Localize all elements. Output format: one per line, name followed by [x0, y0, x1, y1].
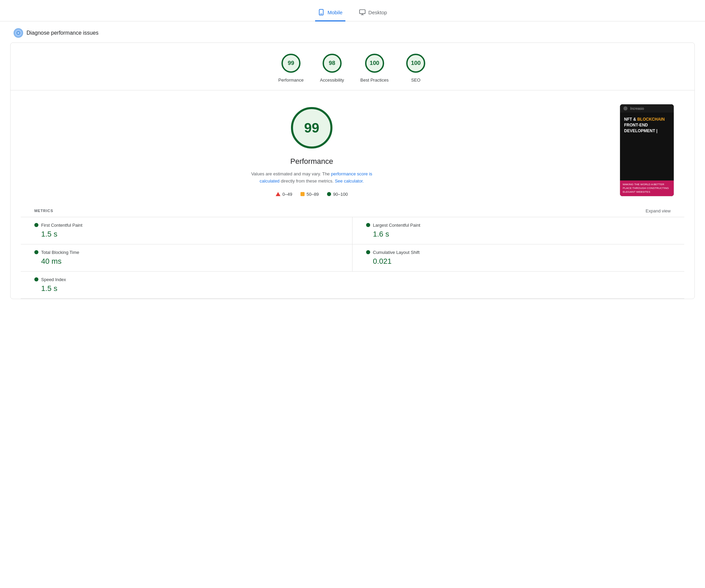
perf-right: Increasio NFT & BLOCKCHAIN FRONT-END DEV…	[613, 104, 681, 197]
metric-cls-name: Cumulative Layout Shift	[373, 250, 419, 255]
legend-red-range: 0–49	[282, 192, 292, 197]
calculator-link[interactable]: See calculator.	[335, 178, 364, 184]
score-circle-main: 99	[288, 104, 336, 152]
score-label-performance: Performance	[278, 77, 304, 83]
legend-red-icon	[276, 192, 280, 196]
main-section: 99 Performance Values are estimated and …	[11, 90, 694, 204]
metrics-grid: First Contentful Paint 1.5 s Largest Con…	[21, 217, 684, 299]
metric-si-dot	[34, 277, 38, 281]
screenshot-heading: NFT & BLOCKCHAIN FRONT-END DEVELOPMENT |	[624, 117, 670, 134]
metric-lcp-dot	[366, 223, 370, 227]
metric-fcp-value: 1.5 s	[34, 230, 339, 239]
perf-left: 99 Performance Values are estimated and …	[24, 104, 599, 197]
metric-tbt: Total Blocking Time 40 ms	[21, 244, 352, 272]
score-circle-seo: 100	[405, 52, 427, 74]
legend-orange-range: 50–89	[307, 192, 319, 197]
legend-orange-icon	[300, 192, 305, 196]
bottom-space	[0, 299, 705, 313]
perf-title: Performance	[290, 157, 333, 166]
score-card: 99 Performance 98 Accessibility 100 Best…	[10, 42, 695, 299]
score-label-accessibility: Accessibility	[320, 77, 344, 83]
tab-mobile-label: Mobile	[327, 10, 342, 15]
metric-tbt-name: Total Blocking Time	[41, 250, 79, 255]
score-value-seo: 100	[411, 60, 420, 67]
screenshot-body: NFT & BLOCKCHAIN FRONT-END DEVELOPMENT |	[620, 113, 674, 180]
section-icon	[14, 28, 23, 38]
metric-lcp-name: Largest Contentful Paint	[373, 223, 420, 228]
score-label-seo: SEO	[411, 77, 420, 83]
metric-lcp: Largest Contentful Paint 1.6 s	[352, 217, 684, 244]
score-value-best-practices: 100	[369, 60, 379, 67]
screenshot-footer-text: MAKING THE WORLD A BETTER PLACE THROUGH …	[623, 183, 671, 194]
screenshot-highlight1: BLOCKCHAIN	[637, 117, 665, 122]
tab-bar: Mobile Desktop	[0, 0, 705, 21]
screenshot-card: Increasio NFT & BLOCKCHAIN FRONT-END DEV…	[620, 104, 674, 196]
expand-view-button[interactable]: Expand view	[646, 208, 671, 213]
legend-green: 90–100	[327, 192, 348, 197]
tab-desktop-label: Desktop	[368, 10, 387, 15]
metric-fcp: First Contentful Paint 1.5 s	[21, 217, 352, 244]
metric-empty	[352, 272, 684, 299]
score-circle-best-practices: 100	[364, 52, 385, 74]
svg-point-6	[17, 32, 19, 34]
metrics-label: METRICS	[34, 209, 53, 213]
metric-si-value: 1.5 s	[34, 284, 339, 293]
score-value-performance: 99	[288, 60, 294, 67]
legend-green-range: 90–100	[333, 192, 348, 197]
score-seo: 100 SEO	[405, 52, 427, 83]
metric-si-name: Speed Index	[41, 277, 66, 282]
legend-red: 0–49	[276, 192, 292, 197]
metric-si: Speed Index 1.5 s	[21, 272, 352, 299]
score-circle-accessibility: 98	[321, 52, 343, 74]
globe-icon	[16, 30, 21, 36]
metric-lcp-value: 1.6 s	[366, 230, 671, 239]
score-value-main: 99	[304, 120, 320, 136]
score-label-best-practices: Best Practices	[360, 77, 389, 83]
screenshot-logo: Increasio	[630, 107, 644, 110]
score-best-practices: 100 Best Practices	[360, 52, 389, 83]
metrics-header: METRICS Expand view	[21, 204, 684, 217]
score-accessibility: 98 Accessibility	[320, 52, 344, 83]
screenshot-top-bar: Increasio	[620, 104, 674, 113]
legend-orange: 50–89	[300, 192, 319, 197]
legend: 0–49 50–89 90–100	[276, 192, 348, 197]
section-title: Diagnose performance issues	[27, 30, 99, 36]
metric-fcp-dot	[34, 223, 38, 227]
svg-rect-2	[359, 10, 365, 14]
score-performance: 99 Performance	[278, 52, 304, 83]
score-value-accessibility: 98	[329, 60, 335, 67]
screenshot-footer: MAKING THE WORLD A BETTER PLACE THROUGH …	[620, 180, 674, 196]
legend-green-icon	[327, 192, 331, 196]
scores-row: 99 Performance 98 Accessibility 100 Best…	[11, 43, 694, 90]
score-circle-performance: 99	[280, 52, 302, 74]
metric-cls-value: 0.021	[366, 257, 671, 266]
mobile-icon	[318, 9, 325, 16]
svg-rect-0	[320, 10, 324, 15]
tab-mobile[interactable]: Mobile	[315, 5, 345, 21]
metric-tbt-dot	[34, 250, 38, 254]
screenshot-logo-dot	[623, 106, 627, 110]
tab-desktop[interactable]: Desktop	[356, 5, 390, 21]
perf-desc: Values are estimated and may vary. The p…	[247, 171, 376, 185]
metric-cls-dot	[366, 250, 370, 254]
metric-fcp-name: First Contentful Paint	[41, 223, 82, 228]
section-header: Diagnose performance issues	[0, 21, 705, 42]
metric-cls: Cumulative Layout Shift 0.021	[352, 244, 684, 272]
desktop-icon	[359, 9, 366, 16]
metric-tbt-value: 40 ms	[34, 257, 339, 266]
